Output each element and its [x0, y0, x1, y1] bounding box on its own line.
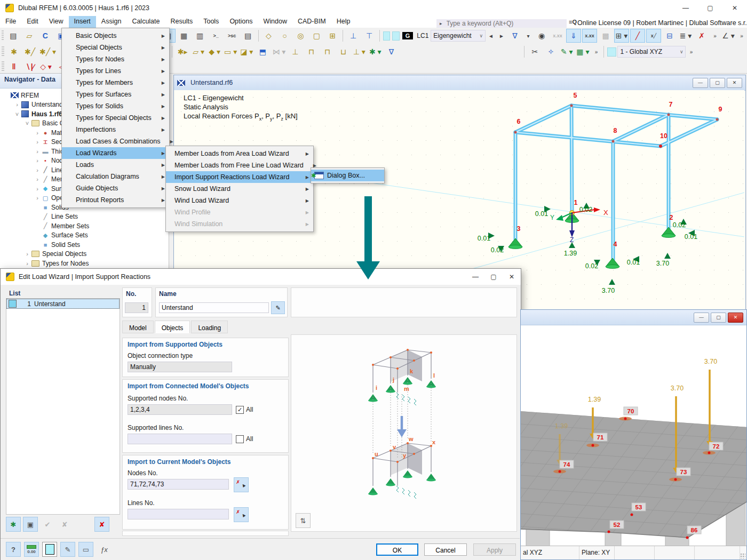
result-grid-icon[interactable]: ⊞ ▾	[614, 29, 629, 43]
support-view-a-icon[interactable]: ⊥	[346, 29, 361, 43]
solid-results-icon[interactable]: ▩	[598, 29, 613, 43]
wizard-menu-item[interactable]: Wind Load Wizard▶	[166, 195, 313, 206]
rendering-icon[interactable]: ▭	[78, 542, 93, 557]
view-close-button[interactable]: ✕	[727, 78, 742, 88]
wand-icon[interactable]: ✧	[543, 45, 558, 59]
inactive-tool-icon[interactable]: ⋈ ▾	[271, 45, 287, 59]
select-nodes-button[interactable]: ✗▲	[234, 477, 249, 492]
menubar-item[interactable]: Window	[258, 16, 292, 28]
menubar-item[interactable]: Tools	[198, 16, 224, 28]
nav-item-types-for-nodes[interactable]: ›Types for Nodes	[0, 259, 169, 268]
menubar-item[interactable]: Results	[165, 16, 198, 28]
show-results-icon[interactable]: ◉	[534, 29, 549, 43]
menubar-item[interactable]: CAD-BIM	[292, 16, 331, 28]
color-swatch-1[interactable]	[383, 31, 390, 41]
insert-menu-item[interactable]: Types for Lines▶	[62, 65, 169, 77]
c-tool-icon[interactable]: C	[38, 29, 53, 43]
filter-caret-icon[interactable]: ▾	[523, 29, 533, 43]
printout-report-icon[interactable]: ▤	[241, 29, 256, 43]
node-tool-icon[interactable]: ✱▸	[175, 45, 190, 59]
dialog-tab[interactable]: Model	[122, 321, 154, 333]
search-input[interactable]	[446, 19, 563, 28]
new-member-icon[interactable]: ✱╱ ▾	[38, 45, 57, 59]
app-close-button[interactable]: ✕	[722, 4, 747, 12]
wizard-menu-item[interactable]: Snow Load Wizard▶	[166, 183, 313, 195]
select-ring-icon[interactable]: ◎	[293, 29, 308, 43]
insert-menu-item[interactable]: Guide Objects▶	[62, 182, 169, 194]
new-surface-icon[interactable]: ▱ ▾	[191, 45, 206, 59]
wizard-number-field[interactable]	[125, 302, 148, 313]
script-icon[interactable]: >sc	[225, 29, 240, 43]
check-all-icon[interactable]: ✔	[40, 517, 55, 532]
dialog-tab[interactable]: Loading	[191, 321, 228, 333]
dialog-tab[interactable]: Objects	[155, 321, 190, 333]
fan-lines-icon[interactable]: ∖|∕	[22, 60, 37, 74]
select-box-icon[interactable]: ▢	[309, 29, 324, 43]
coordinate-system-combobox[interactable]: 1 - Global XYZ∨	[617, 46, 686, 58]
scissors-icon[interactable]: ✂	[527, 45, 542, 59]
background-color-icon[interactable]	[42, 542, 57, 557]
color-swatch-2[interactable]	[392, 31, 399, 41]
select-circle-icon[interactable]: ○	[277, 29, 292, 43]
new-node-icon[interactable]: ✱	[6, 45, 21, 59]
resize-grip[interactable]	[740, 553, 745, 558]
nav-item-member-sets[interactable]: ╱Member Sets	[0, 221, 169, 231]
wizard-menu-item[interactable]: Member Loads from Free Line Load Wizard▶	[166, 159, 313, 171]
ok-button[interactable]: OK	[376, 543, 418, 556]
object-connection-type-field[interactable]	[128, 362, 232, 372]
supported-lines-field[interactable]	[128, 434, 232, 444]
tables-icon[interactable]: ▦	[177, 29, 192, 43]
display-colors-icon[interactable]: ✎ ▾	[559, 45, 574, 59]
transfer-preview-icon[interactable]: ⇅	[296, 513, 311, 528]
dialog-maximize-button[interactable]: ▢	[484, 273, 503, 281]
table-colors-icon[interactable]: ▥	[193, 29, 208, 43]
support-view-b-icon[interactable]: ⊤	[362, 29, 377, 43]
console-icon[interactable]: >_	[209, 29, 224, 43]
calculation-icon[interactable]: ≣ ▾	[678, 29, 693, 43]
units-icon[interactable]: 0.00	[24, 542, 39, 557]
rotated-rect-icon[interactable]: ◇ ▾	[38, 60, 53, 74]
select-polygon-icon[interactable]: ◇	[261, 29, 276, 43]
menubar-item[interactable]: Edit	[21, 16, 44, 28]
wizard-copy-icon[interactable]: ▣	[23, 517, 38, 532]
insert-menu-item[interactable]: Types for Solids▶	[62, 100, 169, 112]
nav-item-special-objects[interactable]: ›Special Objects	[0, 250, 169, 259]
result-diagram-icon[interactable]: ╱	[630, 29, 645, 43]
wizard-name-field[interactable]	[159, 302, 269, 313]
slab-view-restore-button[interactable]: ▢	[711, 313, 726, 323]
new-model-icon[interactable]: ▤	[6, 29, 21, 43]
supported-lines-all-checkbox[interactable]	[236, 435, 244, 443]
elastic-support-icon[interactable]: ⊥ ▾	[352, 45, 367, 59]
values-off-icon[interactable]: x.xx	[550, 29, 565, 43]
insert-menu-item[interactable]: Types for Nodes▶	[62, 53, 169, 65]
diagram-values-icon[interactable]: x╱	[646, 29, 661, 43]
target-nodes-field[interactable]	[128, 479, 229, 490]
new-cut-icon[interactable]: ◪ ▾	[239, 45, 254, 59]
target-lines-field[interactable]	[128, 509, 229, 519]
view-restore-button[interactable]: ▢	[710, 78, 725, 88]
new-line-icon[interactable]: ✱╱	[22, 45, 37, 59]
help-icon[interactable]: ?	[6, 542, 21, 557]
menubar-item[interactable]: File	[0, 16, 21, 28]
mesh-refinement-icon[interactable]: ✱ ▾	[368, 45, 383, 59]
clear-zoom-icon[interactable]: ✗	[694, 29, 709, 43]
wizard-list-item[interactable]: 1 Unterstand	[6, 299, 120, 309]
wizard-new-icon[interactable]: ✱	[6, 517, 21, 532]
new-opening-icon[interactable]: ▭ ▾	[223, 45, 238, 59]
wizard-menu-item[interactable]: Wind Simulation▶	[166, 218, 313, 230]
save-results-icon[interactable]: ⊟	[662, 29, 677, 43]
next-loadcase-icon[interactable]: ►	[497, 29, 506, 43]
insert-menu-item[interactable]: Types for Special Objects▶	[62, 112, 169, 124]
slab-view-close-button[interactable]: ✕	[728, 313, 743, 323]
overflow-3-icon[interactable]: »	[591, 45, 601, 59]
table-settings-icon[interactable]: ▦ ▾	[575, 45, 590, 59]
wizard-menu-item[interactable]: Import Support Reactions Load Wizard▶	[166, 171, 313, 183]
overflow-1-icon[interactable]: »	[710, 29, 720, 43]
nav-item-solid-sets[interactable]: ■Solid Sets	[0, 240, 169, 250]
insert-menu-item[interactable]: Calculation Diagrams▶	[62, 171, 169, 182]
menubar-item[interactable]: View	[44, 16, 69, 28]
insert-menu-item[interactable]: Load Wizards▶	[62, 147, 169, 159]
parallel-lines-icon[interactable]: ‖	[6, 60, 21, 74]
new-solid-icon[interactable]: ◆ ▾	[207, 45, 222, 59]
menubar-item[interactable]: Assign	[96, 16, 127, 28]
